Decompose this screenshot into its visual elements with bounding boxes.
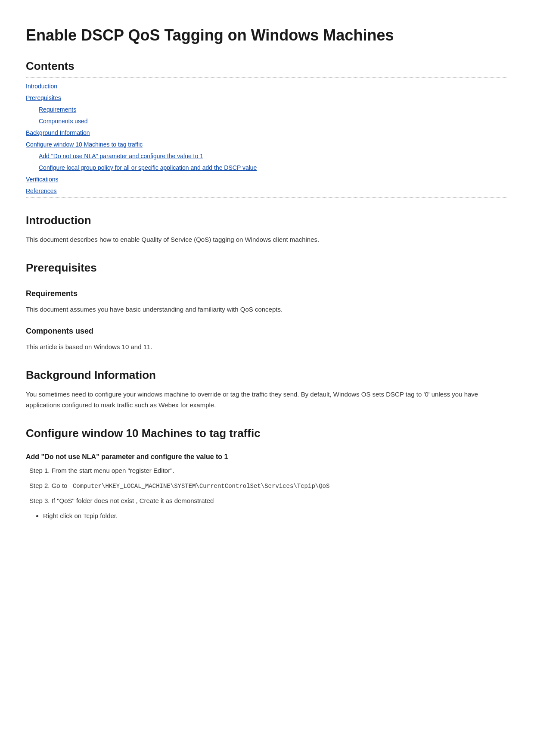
step3-text: Step 3. If "QoS" folder does not exist ,… — [26, 496, 508, 506]
contents-top-divider — [26, 77, 508, 78]
step2-path: Computer\HKEY_LOCAL_MACHINE\SYSTEM\Curre… — [73, 483, 330, 490]
contents-heading: Contents — [26, 57, 508, 75]
toc-item-requirements[interactable]: Requirements — [26, 104, 508, 115]
contents-section: Contents Introduction Prerequisites Requ… — [26, 57, 508, 198]
toc-link-verifications[interactable]: Verifications — [26, 176, 58, 183]
step3-bullets: Right click on Tcpip folder. — [26, 511, 508, 522]
requirements-body: This document assumes you have basic und… — [26, 304, 508, 315]
toc-link-prerequisites[interactable]: Prerequisites — [26, 94, 61, 101]
introduction-body: This document describes how to enable Qu… — [26, 234, 508, 245]
toc-link-configure[interactable]: Configure window 10 Machines to tag traf… — [26, 141, 143, 148]
page-title: Enable DSCP QoS Tagging on Windows Machi… — [26, 26, 508, 44]
toc-link-references[interactable]: References — [26, 187, 57, 194]
toc-link-grouppolicy[interactable]: Configure local group policy for all or … — [39, 164, 257, 171]
requirements-heading: Requirements — [26, 287, 508, 300]
background-heading: Background Information — [26, 366, 508, 384]
background-section: Background Information You sometimes nee… — [26, 366, 508, 411]
toc-item-grouppolicy[interactable]: Configure local group policy for all or … — [26, 162, 508, 173]
toc-item-background[interactable]: Background Information — [26, 128, 508, 138]
toc-link-background[interactable]: Background Information — [26, 129, 90, 136]
toc-link-components[interactable]: Components used — [39, 118, 88, 125]
components-body: This article is based on Windows 10 and … — [26, 342, 508, 353]
components-heading: Components used — [26, 325, 508, 337]
toc-link-introduction[interactable]: Introduction — [26, 83, 57, 90]
toc-item-components[interactable]: Components used — [26, 116, 508, 126]
toc-item-references[interactable]: References — [26, 186, 508, 196]
toc-item-verifications[interactable]: Verifications — [26, 174, 508, 184]
toc-item-introduction[interactable]: Introduction — [26, 81, 508, 91]
introduction-section: Introduction This document describes how… — [26, 212, 508, 245]
toc-link-nla[interactable]: Add "Do not use NLA" parameter and confi… — [39, 153, 203, 159]
configure-heading: Configure window 10 Machines to tag traf… — [26, 425, 508, 443]
toc-item-configure[interactable]: Configure window 10 Machines to tag traf… — [26, 139, 508, 150]
nla-heading: Add "Do not use NLA" parameter and confi… — [26, 451, 508, 462]
toc-link-requirements[interactable]: Requirements — [39, 106, 76, 113]
toc-item-prerequisites[interactable]: Prerequisites — [26, 93, 508, 103]
configure-section: Configure window 10 Machines to tag traf… — [26, 425, 508, 522]
bullet-item-1: Right click on Tcpip folder. — [43, 511, 508, 522]
prerequisites-section: Prerequisites Requirements This document… — [26, 259, 508, 353]
introduction-heading: Introduction — [26, 212, 508, 230]
contents-bottom-divider — [26, 197, 508, 198]
toc-list: Introduction Prerequisites Requirements … — [26, 81, 508, 196]
prerequisites-heading: Prerequisites — [26, 259, 508, 277]
toc-item-nla[interactable]: Add "Do not use NLA" parameter and confi… — [26, 151, 508, 161]
step1-text: Step 1. From the start menu open "regist… — [26, 465, 508, 476]
step2-text: Step 2. Go to Computer\HKEY_LOCAL_MACHIN… — [26, 481, 508, 491]
background-body: You sometimes need to configure your win… — [26, 389, 508, 411]
